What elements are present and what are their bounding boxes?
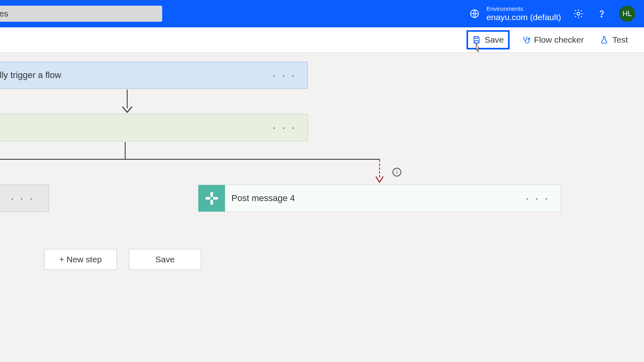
avatar[interactable]: HL xyxy=(619,6,635,22)
cursor-icon xyxy=(475,42,483,53)
svg-rect-7 xyxy=(211,200,213,205)
stethoscope-icon xyxy=(522,35,530,44)
card-menu-icon[interactable]: · · · xyxy=(11,195,35,202)
search-input[interactable]: es xyxy=(0,6,162,22)
gear-icon[interactable] xyxy=(572,8,584,20)
branch-card-left[interactable]: · · · xyxy=(0,185,49,212)
card-menu-icon[interactable]: · · · xyxy=(272,72,296,79)
editor-toolbar: Save Flow checker Test xyxy=(0,27,644,53)
post-message-card[interactable]: Post message 4 · · · xyxy=(198,185,561,212)
env-label: Environments xyxy=(486,5,561,12)
header-right: Environments enayu.com (default) HL xyxy=(469,0,639,27)
app-header: es Environments enayu.com (default) xyxy=(0,0,644,27)
card-menu-icon[interactable]: · · · xyxy=(272,124,296,131)
flow-checker-button[interactable]: Flow checker xyxy=(518,32,588,48)
search-value: es xyxy=(0,9,8,19)
svg-rect-8 xyxy=(205,197,211,200)
save-label-footer: Save xyxy=(155,255,175,264)
svg-rect-9 xyxy=(213,197,218,200)
flow-canvas[interactable]: lly trigger a flow · · · · · · i · · · P xyxy=(0,53,644,362)
svg-point-2 xyxy=(601,16,602,17)
help-icon[interactable] xyxy=(596,8,608,20)
env-value: enayu.com (default) xyxy=(486,12,561,22)
svg-point-1 xyxy=(577,12,580,15)
slack-icon xyxy=(198,185,225,212)
test-button[interactable]: Test xyxy=(596,32,632,48)
connector-dashed xyxy=(379,160,380,177)
action-card[interactable]: · · · xyxy=(0,114,308,141)
connector-line xyxy=(125,142,126,159)
info-icon[interactable]: i xyxy=(392,168,401,177)
svg-rect-3 xyxy=(477,48,479,52)
flow-checker-label: Flow checker xyxy=(534,35,584,45)
new-step-button[interactable]: + New step xyxy=(44,249,117,270)
connector-arrow xyxy=(119,90,135,113)
svg-rect-6 xyxy=(211,192,213,197)
save-label: Save xyxy=(485,35,504,45)
trigger-card[interactable]: lly trigger a flow · · · xyxy=(0,62,308,89)
globe-icon xyxy=(469,8,481,20)
card-menu-icon[interactable]: · · · xyxy=(526,195,549,202)
trigger-title: lly trigger a flow xyxy=(0,70,61,80)
save-button-footer[interactable]: Save xyxy=(129,249,201,270)
connector-arrowhead xyxy=(375,176,384,183)
connector-line xyxy=(0,159,380,160)
flow-footer-buttons: + New step Save xyxy=(44,249,201,270)
flask-icon xyxy=(600,35,609,44)
test-label: Test xyxy=(612,35,628,45)
environment-picker[interactable]: Environments enayu.com (default) xyxy=(469,5,561,22)
avatar-initials: HL xyxy=(622,10,632,18)
new-step-label: + New step xyxy=(59,255,102,264)
save-button[interactable]: Save xyxy=(466,30,510,49)
svg-point-4 xyxy=(528,38,530,39)
post-message-title: Post message 4 xyxy=(231,193,295,204)
